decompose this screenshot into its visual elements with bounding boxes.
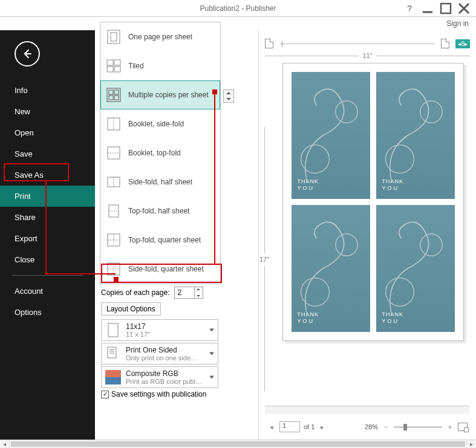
menu-print[interactable]: Print (0, 186, 95, 207)
menu-info[interactable]: Info (0, 80, 95, 101)
zoom-out-button[interactable]: − (382, 423, 390, 430)
print-sides-dropdown[interactable]: Print One Sided Only print on one side… (101, 343, 218, 365)
print-settings-panel: One page per sheet Tiled Multiple copies… (95, 30, 258, 440)
side-fold-quarter-icon (105, 261, 122, 278)
color-mode-dropdown[interactable]: Composite RGB Print as RGB color publ… (101, 366, 218, 388)
zoom-label: 28% (365, 423, 378, 430)
svg-rect-14 (109, 96, 113, 100)
svg-point-46 (420, 234, 442, 256)
svg-rect-8 (114, 60, 120, 65)
minimize-button[interactable] (420, 1, 435, 16)
close-button[interactable] (457, 1, 471, 16)
chevron-down-icon (209, 329, 214, 332)
spinner-behind-dropdown[interactable] (223, 89, 234, 103)
dd-label: Booklet, top-fold (128, 149, 181, 157)
menu-share[interactable]: Share (0, 207, 95, 228)
svg-point-42 (420, 101, 442, 123)
dd-label: Multiple copies per sheet (128, 91, 209, 99)
zoom-slider[interactable] (394, 426, 442, 428)
menu-open[interactable]: Open (0, 122, 95, 143)
dd-label: Side-fold, quarter sheet (128, 265, 204, 273)
next-page-button[interactable]: ▸ (318, 423, 327, 431)
dd-top-fold-half[interactable]: Top-fold, half sheet (100, 196, 220, 226)
dd-one-page-per-sheet[interactable]: One page per sheet (100, 22, 220, 51)
booklet-top-icon (105, 144, 122, 161)
dd-booklet-side-fold[interactable]: Booklet, side-fold (100, 109, 220, 138)
page-number-input[interactable]: 1 (279, 421, 300, 432)
page-icon[interactable] (265, 39, 273, 48)
print-preview-panel: ◂8▸ 11" 17" THANKYOU THANKYOU (258, 30, 476, 440)
page-icon[interactable] (441, 39, 449, 48)
layout-dropdown-list: One page per sheet Tiled Multiple copies… (100, 22, 221, 284)
svg-point-40 (335, 101, 357, 123)
paper-sub: 11 x 17" (126, 331, 150, 338)
window-title: Publication2 - Publisher (200, 4, 276, 13)
preview-status-bar: ◂ 1 of 1 ▸ 28% − + (265, 414, 470, 440)
spinner-icon[interactable] (194, 287, 203, 298)
signin-link[interactable]: Sign in (0, 17, 476, 30)
rgb-icon (105, 369, 121, 386)
menu-options[interactable]: Options (0, 302, 95, 323)
height-dimension: 17" (260, 127, 269, 391)
back-button[interactable] (15, 41, 40, 67)
save-settings-checkbox[interactable]: ✓ (101, 391, 109, 398)
preview-card: THANKYOU (292, 72, 370, 199)
svg-point-44 (335, 234, 357, 256)
menu-new[interactable]: New (0, 101, 95, 122)
preview-hscroll[interactable] (265, 406, 470, 414)
zoom-in-button[interactable]: + (446, 423, 454, 430)
preview-toolbar: ◂8▸ (265, 37, 470, 50)
dd-side-fold-half[interactable]: Side-fold, half sheet (100, 167, 220, 196)
dd-label: Side-fold, half sheet (128, 178, 192, 186)
ruler-slider[interactable] (279, 44, 435, 44)
prev-page-button[interactable]: ◂ (267, 423, 276, 431)
top-fold-half-icon (105, 203, 122, 219)
svg-rect-6 (111, 33, 117, 41)
dd-booklet-top-fold[interactable]: Booklet, top-fold (100, 138, 220, 167)
preview-card: THANKYOU (376, 205, 455, 332)
menu-export[interactable]: Export (0, 228, 95, 249)
paper-size-dropdown[interactable]: 11x17 11 x 17" (101, 319, 218, 341)
dd-label: One page per sheet (128, 33, 192, 41)
preview-sheet: THANKYOU THANKYOU THANKYOU THANKYOU (282, 63, 464, 341)
svg-rect-9 (107, 67, 113, 72)
menu-account[interactable]: Account (0, 281, 95, 302)
tiled-icon (105, 57, 122, 74)
annotation-line (214, 92, 215, 265)
page-icon (105, 322, 121, 339)
width-dimension: 11" (265, 52, 470, 59)
svg-point-43 (385, 145, 414, 174)
menu-save[interactable]: Save (0, 143, 95, 164)
svg-rect-1 (441, 4, 451, 13)
multiple-copies-icon (105, 86, 122, 103)
help-button[interactable]: ? (402, 1, 417, 16)
annotation-dot (114, 277, 119, 282)
layout-options-button[interactable]: Layout Options (101, 302, 161, 316)
backstage-sidebar: Info New Open Save Save As Print Share E… (0, 30, 95, 440)
dd-multiple-copies[interactable]: Multiple copies per sheet (100, 80, 220, 109)
copies-input[interactable]: 2 (174, 287, 203, 299)
annotation-line (45, 181, 47, 273)
chevron-down-icon (209, 352, 214, 355)
svg-point-45 (301, 278, 329, 307)
dd-tiled[interactable]: Tiled (100, 51, 220, 80)
svg-rect-7 (107, 60, 113, 65)
dd-label: Top-fold, quarter sheet (128, 236, 201, 244)
menu-save-as[interactable]: Save As (0, 164, 95, 186)
restore-button[interactable] (439, 1, 453, 16)
svg-point-47 (385, 278, 414, 307)
title-bar: Publication2 - Publisher ? (0, 0, 476, 17)
copies-label: Copies of each page: (101, 288, 169, 297)
menu-close[interactable]: Close (0, 249, 95, 270)
fit-to-window-button[interactable] (458, 423, 468, 431)
page-single-icon (105, 28, 122, 45)
window-hscroll[interactable]: ◂ ▸ (0, 440, 476, 448)
dd-top-fold-quarter[interactable]: Top-fold, quarter sheet (100, 226, 220, 255)
preview-card: THANKYOU (292, 205, 370, 332)
pages-per-sheet-badge[interactable]: ◂8▸ (455, 39, 470, 48)
preview-card: THANKYOU (376, 72, 455, 199)
booklet-side-icon (105, 115, 122, 132)
svg-point-41 (301, 145, 329, 174)
page-total-label: of 1 (304, 423, 315, 430)
svg-rect-10 (114, 67, 120, 72)
